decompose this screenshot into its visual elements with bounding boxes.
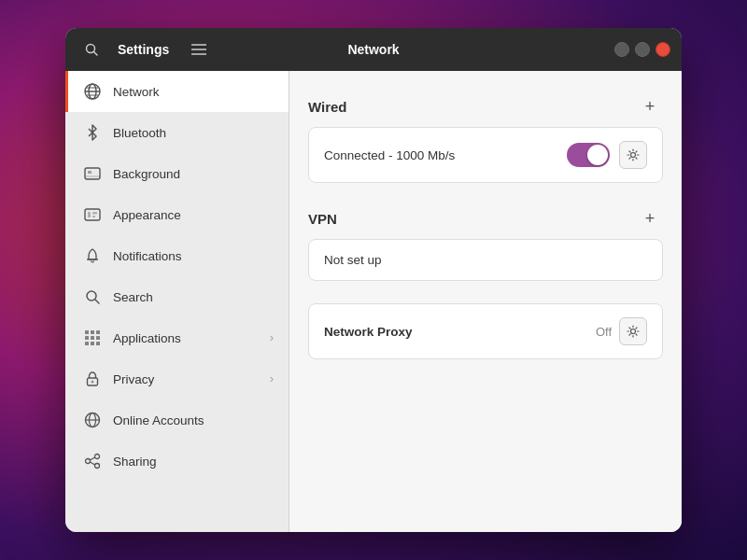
proxy-section: Network Proxy Off <box>308 303 663 359</box>
sidebar-item-network[interactable]: Network <box>65 71 289 112</box>
svg-point-35 <box>86 459 91 464</box>
appearance-icon <box>83 205 102 224</box>
svg-rect-20 <box>85 330 89 334</box>
search-icon-btn[interactable] <box>77 35 106 64</box>
proxy-card: Network Proxy Off <box>308 303 663 359</box>
svg-line-37 <box>90 457 94 460</box>
wired-section: Wired + Connected - 1000 Mb/s <box>308 93 663 183</box>
sidebar-label-appearance: Appearance <box>113 208 274 222</box>
close-button[interactable]: × <box>655 42 670 57</box>
titlebar-controls: − □ × <box>614 42 670 57</box>
background-icon <box>83 164 102 183</box>
svg-rect-15 <box>92 212 97 215</box>
search-icon <box>83 287 102 306</box>
vpn-status-row: Not set up <box>309 240 662 280</box>
settings-window: Settings Network − □ × <box>65 28 682 532</box>
proxy-value: Off <box>596 325 612 339</box>
svg-rect-10 <box>85 168 100 179</box>
svg-rect-22 <box>96 330 100 334</box>
svg-point-40 <box>631 329 636 334</box>
svg-rect-27 <box>91 342 94 345</box>
sidebar-label-background: Background <box>113 167 274 181</box>
wired-card: Connected - 1000 Mb/s <box>308 127 663 183</box>
svg-point-39 <box>631 153 636 158</box>
svg-line-1 <box>94 52 98 56</box>
svg-rect-21 <box>91 330 94 334</box>
sidebar-label-online-accounts: Online Accounts <box>113 413 274 427</box>
sidebar-label-bluetooth: Bluetooth <box>113 126 274 140</box>
privacy-icon <box>83 370 102 388</box>
proxy-row: Network Proxy Off <box>309 304 662 358</box>
sidebar-item-sharing[interactable]: Sharing <box>65 441 289 482</box>
network-icon <box>83 82 102 101</box>
sidebar-label-notifications: Notifications <box>113 249 274 263</box>
vpn-status-label: Not set up <box>324 253 647 267</box>
titlebar-left: Settings <box>77 35 214 64</box>
sidebar-item-bluetooth[interactable]: Bluetooth <box>65 112 289 153</box>
svg-rect-14 <box>88 212 91 217</box>
sidebar-item-search[interactable]: Search <box>65 276 289 317</box>
svg-rect-24 <box>91 336 94 340</box>
svg-rect-28 <box>96 342 100 345</box>
notifications-icon <box>83 246 102 265</box>
online-accounts-icon <box>83 411 102 429</box>
titlebar: Settings Network − □ × <box>65 28 682 71</box>
minimize-button[interactable]: − <box>614 42 629 57</box>
svg-rect-11 <box>88 171 92 174</box>
sidebar-label-network: Network <box>113 85 274 99</box>
proxy-label: Network Proxy <box>324 325 596 339</box>
sidebar-item-privacy[interactable]: Privacy › <box>65 358 289 399</box>
maximize-button[interactable]: □ <box>635 42 650 57</box>
applications-icon <box>83 329 102 347</box>
wired-toggle[interactable] <box>567 143 610 167</box>
svg-rect-23 <box>85 336 89 340</box>
wired-add-button[interactable]: + <box>637 93 663 119</box>
sidebar-item-online-accounts[interactable]: Online Accounts <box>65 399 289 441</box>
sidebar-item-background[interactable]: Background <box>65 153 289 194</box>
main-panel: Wired + Connected - 1000 Mb/s <box>289 71 682 532</box>
sidebar-label-search: Search <box>113 290 274 304</box>
sidebar-label-sharing: Sharing <box>113 455 274 469</box>
wired-header: Wired + <box>308 93 663 119</box>
vpn-card: Not set up <box>308 239 663 281</box>
svg-line-19 <box>95 300 99 303</box>
svg-rect-26 <box>85 342 89 345</box>
wired-connection-row: Connected - 1000 Mb/s <box>309 128 662 182</box>
svg-point-34 <box>95 455 100 459</box>
svg-point-30 <box>92 381 94 384</box>
bluetooth-icon <box>83 123 102 142</box>
vpn-header: VPN + <box>308 205 663 231</box>
sidebar-title: Settings <box>118 42 169 57</box>
vpn-add-button[interactable]: + <box>637 205 663 231</box>
sidebar: Network Bluetooth Back <box>65 71 289 532</box>
sharing-icon <box>83 452 102 470</box>
sidebar-item-applications[interactable]: Applications › <box>65 317 289 358</box>
content-area: Network Bluetooth Back <box>65 71 682 532</box>
vpn-title: VPN <box>308 211 337 227</box>
hamburger-btn[interactable] <box>184 35 214 64</box>
wired-title: Wired <box>308 99 347 115</box>
applications-arrow: › <box>270 331 274 344</box>
panel-title: Network <box>347 42 399 57</box>
svg-point-36 <box>95 464 100 469</box>
sidebar-item-notifications[interactable]: Notifications <box>65 235 289 276</box>
svg-rect-16 <box>92 216 95 217</box>
svg-rect-13 <box>85 209 100 220</box>
svg-rect-25 <box>96 336 100 340</box>
proxy-gear-button[interactable] <box>619 317 647 345</box>
wired-connection-label: Connected - 1000 Mb/s <box>324 148 567 162</box>
wired-gear-button[interactable] <box>619 141 647 169</box>
sidebar-item-appearance[interactable]: Appearance <box>65 194 289 235</box>
vpn-section: VPN + Not set up <box>308 205 663 281</box>
sidebar-label-applications: Applications <box>113 331 259 345</box>
sidebar-label-privacy: Privacy <box>113 372 259 386</box>
svg-line-38 <box>90 462 94 465</box>
privacy-arrow: › <box>270 372 274 385</box>
